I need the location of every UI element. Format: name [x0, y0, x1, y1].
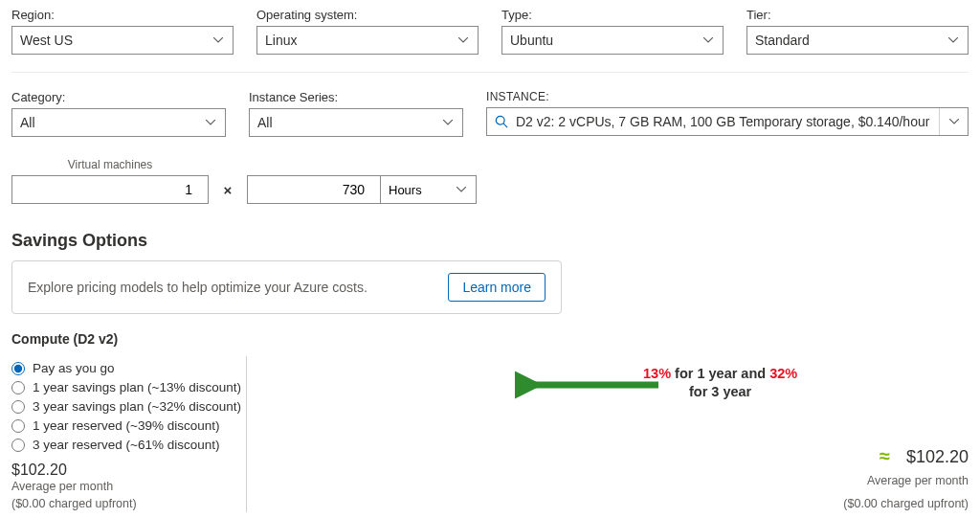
pricing-label: 3 year reserved (~61% discount): [33, 438, 219, 452]
annotation-text: 13% for 1 year and 32% for 3 year: [643, 365, 797, 401]
pricing-option-3yr-savings[interactable]: 3 year savings plan (~32% discount): [11, 399, 246, 414]
pricing-label: Pay as you go: [33, 361, 115, 375]
pricing-label: 1 year reserved (~39% discount): [33, 418, 219, 433]
times-symbol: ×: [209, 182, 247, 204]
tier-label: Tier:: [746, 8, 969, 22]
os-label: Operating system:: [256, 8, 479, 22]
compute-title: Compute (D2 v2): [11, 331, 969, 347]
savings-banner: Explore pricing models to help optimize …: [11, 260, 562, 314]
pricing-label: 1 year savings plan (~13% discount): [33, 380, 241, 394]
svg-point-0: [496, 116, 504, 124]
tier-select[interactable]: Standard: [746, 26, 969, 55]
pricing-option-1yr-reserved[interactable]: 1 year reserved (~39% discount): [11, 418, 246, 433]
savings-banner-text: Explore pricing models to help optimize …: [28, 280, 368, 295]
hours-unit-select[interactable]: Hours: [381, 175, 477, 204]
right-total-amount: $102.20: [906, 447, 969, 466]
os-select[interactable]: Linux: [256, 26, 479, 55]
left-total-amount: $102.20: [11, 462, 246, 479]
region-select[interactable]: West US: [11, 26, 234, 55]
left-total-sub1: Average per month: [11, 479, 246, 496]
category-select[interactable]: All: [11, 108, 226, 137]
type-select[interactable]: Ubuntu: [501, 26, 724, 55]
pricing-radio-1yr-savings[interactable]: [11, 381, 25, 394]
pricing-radio-3yr-reserved[interactable]: [11, 439, 25, 452]
svg-line-1: [503, 124, 507, 127]
type-label: Type:: [501, 8, 724, 22]
right-total-sub1: Average per month: [843, 473, 969, 490]
series-select[interactable]: All: [249, 108, 463, 137]
vm-count-label: Virtual machines: [11, 158, 209, 171]
pricing-option-1yr-savings[interactable]: 1 year savings plan (~13% discount): [11, 380, 246, 394]
pricing-radio-payg[interactable]: [11, 362, 25, 375]
instance-value: D2 v2: 2 vCPUs, 7 GB RAM, 100 GB Tempora…: [516, 114, 939, 129]
pricing-radio-1yr-reserved[interactable]: [11, 419, 25, 433]
hours-input[interactable]: [247, 175, 381, 204]
vm-count-input[interactable]: [11, 175, 209, 204]
right-total-sub2: ($0.00 charged upfront): [843, 496, 969, 513]
pricing-option-payg[interactable]: Pay as you go: [11, 361, 246, 375]
savings-heading: Savings Options: [11, 231, 969, 251]
instance-picker[interactable]: D2 v2: 2 vCPUs, 7 GB RAM, 100 GB Tempora…: [486, 107, 969, 136]
pricing-option-3yr-reserved[interactable]: 3 year reserved (~61% discount): [11, 438, 246, 452]
pricing-radio-3yr-savings[interactable]: [11, 400, 25, 414]
category-label: Category:: [11, 90, 226, 104]
left-total-sub2: ($0.00 charged upfront): [11, 496, 246, 513]
learn-more-button[interactable]: Learn more: [448, 273, 546, 302]
series-label: Instance Series:: [249, 90, 463, 104]
divider: [11, 72, 969, 73]
equals-icon: ≈: [880, 445, 890, 466]
instance-label: INSTANCE:: [486, 90, 969, 103]
search-icon: [487, 115, 516, 128]
chevron-down-icon[interactable]: [939, 108, 968, 135]
pricing-label: 3 year savings plan (~32% discount): [33, 399, 241, 414]
region-label: Region:: [11, 8, 234, 22]
